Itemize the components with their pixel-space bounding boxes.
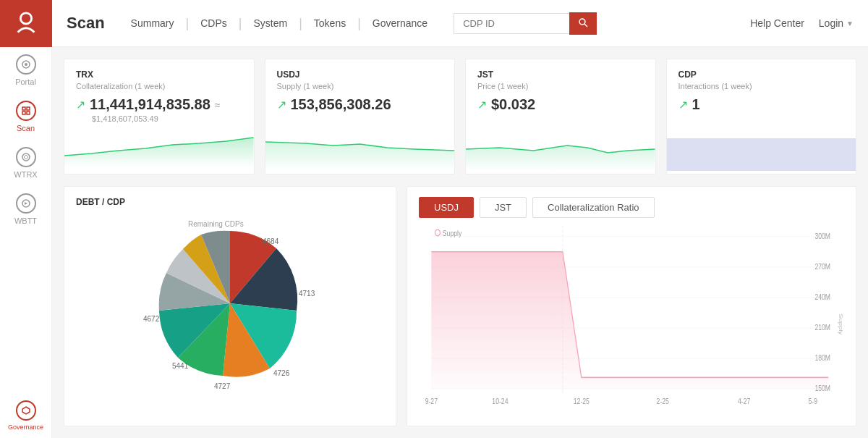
stat-card-usdj: USDJ Supply (1 week) ↗ 153,856,308.26 [265, 59, 456, 174]
stat-card-jst: JST Price (1 week) ↗ $0.032 [465, 59, 656, 174]
search-container [454, 12, 597, 35]
stat-card-cdp: CDP Interactions (1 week) ↗ 1 [666, 59, 857, 174]
sidebar-item-wtrx[interactable]: WTRX [0, 140, 51, 186]
portal-icon [16, 54, 36, 75]
login-label: Login [819, 17, 843, 29]
trx-chart [64, 123, 254, 174]
jst-sublabel: Price (1 week) [477, 82, 644, 90]
svg-text:Supply: Supply [838, 313, 844, 335]
remaining-cdps-label: Remaining CDPs [188, 220, 244, 228]
svg-rect-5 [22, 111, 25, 114]
line-chart-area: 300M 270M 240M 210M 180M 150M [419, 225, 844, 416]
wtrx-icon [16, 147, 36, 167]
svg-point-24 [435, 229, 440, 235]
trx-approx: ≈ [215, 99, 221, 111]
sidebar-item-portal[interactable]: Portal [0, 47, 51, 93]
tab-row: USDJ JST Collateralization Ratio [419, 197, 844, 218]
pie-label-4726: 4726 [273, 369, 290, 377]
trx-subvalue: $1,418,607,053.49 [92, 114, 242, 123]
usdj-chart [265, 113, 455, 174]
nav-tokens[interactable]: Tokens [302, 17, 357, 29]
trx-sublabel: Collateralization (1 week) [76, 82, 242, 90]
nav-summary[interactable]: Summary [119, 17, 186, 29]
usdj-trend-icon: ↗ [277, 98, 286, 111]
pie-label-4684: 4684 [263, 237, 279, 245]
svg-text:300M: 300M [814, 232, 830, 240]
trx-label: TRX [76, 70, 242, 80]
sidebar-wtrx-label: WTRX [14, 170, 37, 179]
cdp-label: CDP [678, 70, 845, 80]
sidebar-item-governance[interactable]: Governance [0, 393, 51, 438]
svg-text:10-24: 10-24 [492, 397, 509, 405]
wbtt-icon [16, 193, 36, 214]
svg-text:4-27: 4-27 [738, 397, 750, 405]
pie-label-4672: 4672 [143, 315, 160, 323]
trx-value: 11,441,914,835.88 [90, 96, 210, 113]
debt-chart-title: DEBT / CDP [76, 197, 384, 207]
content-area: TRX Collateralization (1 week) ↗ 11,441,… [52, 47, 868, 438]
jst-label: JST [477, 70, 644, 80]
svg-text:210M: 210M [814, 323, 830, 332]
cdp-sublabel: Interactions (1 week) [678, 82, 845, 90]
tab-jst[interactable]: JST [480, 197, 527, 218]
jst-trend-icon: ↗ [477, 98, 487, 111]
svg-point-9 [579, 19, 585, 25]
stat-card-trx: TRX Collateralization (1 week) ↗ 11,441,… [64, 59, 255, 174]
charts-row: DEBT / CDP Remaining CDPs [64, 186, 856, 426]
svg-text:12-25: 12-25 [574, 397, 590, 405]
trx-trend-icon: ↗ [76, 98, 85, 111]
svg-text:5-9: 5-9 [809, 397, 817, 405]
governance-icon [16, 400, 36, 421]
login-button[interactable]: Login ▼ [819, 17, 854, 29]
sidebar-governance-label: Governance [8, 424, 43, 431]
pie-label-5441: 5441 [172, 362, 189, 370]
line-chart-card: USDJ JST Collateralization Ratio 300M 27… [407, 186, 856, 426]
sidebar-portal-label: Portal [15, 77, 36, 86]
scan-icon [16, 101, 36, 121]
svg-rect-6 [27, 111, 30, 114]
sidebar: Portal Scan WTRX WBTT [0, 0, 52, 438]
svg-point-0 [20, 12, 31, 23]
nav-system[interactable]: System [242, 17, 299, 29]
cdp-trend-icon: ↗ [678, 98, 688, 111]
jst-chart [466, 113, 655, 174]
stats-row: TRX Collateralization (1 week) ↗ 11,441,… [64, 59, 856, 174]
header: Scan Summary | CDPs | System | Tokens | … [52, 0, 868, 47]
sidebar-scan-label: Scan [17, 124, 35, 132]
svg-text:2-25: 2-25 [657, 397, 669, 405]
usdj-sublabel: Supply (1 week) [277, 82, 443, 90]
search-input[interactable] [454, 13, 569, 34]
tab-usdj[interactable]: USDJ [419, 197, 474, 218]
tab-collateralization[interactable]: Collateralization Ratio [532, 197, 654, 218]
pie-label-4713: 4713 [299, 290, 315, 298]
nav-cdps[interactable]: CDPs [189, 17, 239, 29]
search-button[interactable] [569, 12, 597, 35]
cdp-value: 1 [692, 96, 700, 113]
svg-point-2 [25, 63, 27, 66]
svg-text:Supply: Supply [443, 229, 462, 237]
pie-label-4727: 4727 [214, 382, 231, 390]
svg-text:240M: 240M [814, 292, 830, 301]
svg-line-10 [584, 24, 587, 27]
sidebar-item-scan[interactable]: Scan [0, 93, 51, 140]
usdj-label: USDJ [277, 70, 443, 80]
debt-card: DEBT / CDP Remaining CDPs [64, 186, 396, 426]
sidebar-wbtt-label: WBTT [14, 216, 37, 225]
svg-rect-3 [22, 107, 25, 110]
svg-rect-4 [27, 107, 30, 110]
pie-chart: 4684 4713 4726 4727 5441 4672 [129, 216, 331, 390]
svg-text:180M: 180M [814, 353, 830, 362]
chevron-down-icon: ▼ [846, 20, 854, 28]
header-right: Help Center Login ▼ [750, 17, 854, 29]
jst-value: $0.032 [491, 96, 535, 113]
logo-button[interactable] [0, 0, 52, 47]
page-title: Scan [67, 14, 105, 33]
svg-text:9-27: 9-27 [425, 397, 438, 405]
svg-text:270M: 270M [814, 262, 830, 271]
line-chart-svg: 300M 270M 240M 210M 180M 150M [419, 225, 844, 416]
sidebar-item-wbtt[interactable]: WBTT [0, 186, 51, 232]
usdj-value: 153,856,308.26 [291, 96, 391, 113]
nav-governance[interactable]: Governance [361, 17, 439, 29]
help-center-link[interactable]: Help Center [750, 17, 804, 29]
svg-rect-11 [667, 138, 856, 171]
